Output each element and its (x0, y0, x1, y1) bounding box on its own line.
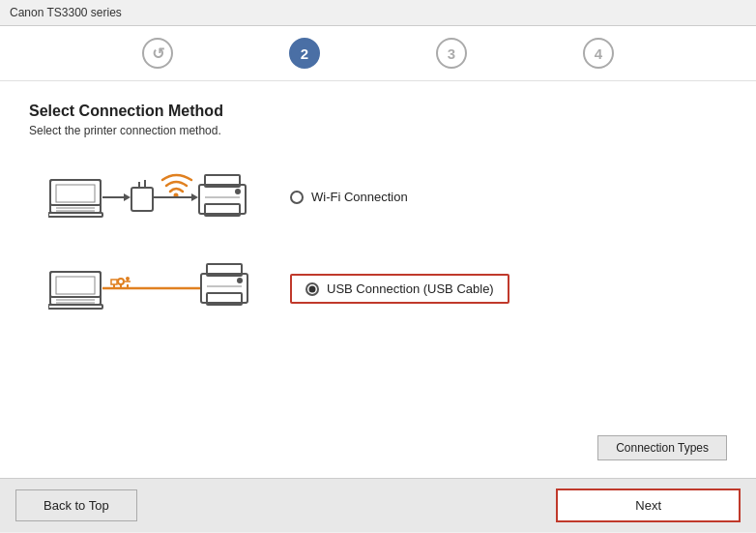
connection-types-row: Connection Types (29, 435, 727, 460)
svg-rect-20 (50, 272, 101, 297)
wifi-radio[interactable] (290, 191, 304, 204)
step-4: 4 (583, 38, 614, 69)
page-subtitle: Select the printer connection method. (29, 124, 727, 137)
usb-label: USB Connection (USB Cable) (327, 281, 494, 296)
wifi-label: Wi-Fi Connection (311, 190, 408, 204)
usb-svg (48, 252, 251, 325)
content-area: Select Connection Method Select the prin… (0, 81, 756, 478)
connection-types-button[interactable]: Connection Types (597, 435, 727, 460)
step-1: ↺ (142, 38, 173, 69)
app-title: Canon TS3300 series (10, 6, 122, 19)
bottom-bar: Back to Top Next (0, 478, 756, 532)
svg-rect-22 (48, 305, 102, 309)
svg-point-34 (126, 277, 130, 281)
svg-rect-1 (50, 180, 101, 205)
svg-marker-7 (124, 193, 131, 201)
svg-point-17 (235, 189, 241, 194)
usb-label-area[interactable]: USB Connection (USB Cable) (290, 274, 509, 304)
svg-rect-3 (48, 213, 102, 217)
title-bar: Canon TS3300 series (0, 0, 756, 26)
svg-rect-2 (56, 185, 95, 202)
usb-radio[interactable] (305, 282, 319, 296)
step-3-label: 3 (448, 45, 455, 62)
step-2: 2 (289, 38, 320, 69)
svg-point-38 (237, 278, 243, 283)
next-button[interactable]: Next (556, 489, 741, 522)
step-2-label: 2 (301, 45, 308, 62)
wifi-illustration (48, 161, 261, 233)
step-3: 3 (436, 38, 467, 69)
steps-bar: ↺ 2 3 4 (0, 26, 756, 81)
back-button[interactable]: Back to Top (15, 489, 137, 521)
usb-illustration (48, 252, 261, 325)
options-area: Wi-Fi Connection (29, 161, 727, 325)
svg-rect-8 (131, 188, 153, 211)
main-container: ↺ 2 3 4 Select Connection Method Select … (0, 26, 756, 532)
footer-area: Connection Types (29, 426, 727, 468)
wifi-label-area[interactable]: Wi-Fi Connection (290, 190, 408, 204)
usb-option-row[interactable]: USB Connection (USB Cable) (48, 252, 727, 325)
step-1-icon: ↺ (152, 44, 164, 63)
step-4-label: 4 (595, 45, 602, 62)
wifi-option-row[interactable]: Wi-Fi Connection (48, 161, 727, 233)
svg-point-26 (118, 279, 124, 284)
svg-rect-30 (111, 280, 117, 284)
svg-marker-13 (191, 193, 198, 201)
svg-rect-21 (56, 277, 95, 294)
page-title: Select Connection Method (29, 103, 727, 120)
wifi-svg (48, 161, 251, 233)
